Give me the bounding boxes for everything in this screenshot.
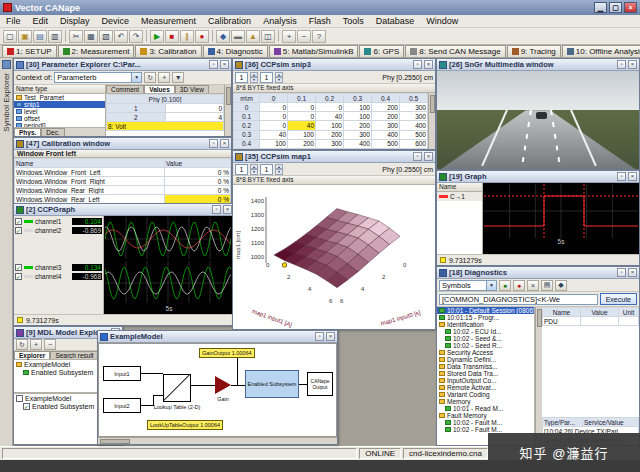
diag-tree-item[interactable]: 10:02 - Fault M...: [437, 426, 534, 433]
tab-diagnostic[interactable]: 4: Diagnostic: [203, 45, 268, 57]
name-type-header[interactable]: Name type: [14, 85, 105, 94]
map-cell[interactable]: 400: [400, 121, 428, 130]
map-cell[interactable]: 40: [260, 130, 288, 139]
help-icon[interactable]: ?: [312, 30, 326, 43]
panel-close-icon[interactable]: ×: [326, 332, 335, 341]
channel-legend-row[interactable]: ✓ channel4 -0.968: [15, 272, 102, 281]
symbols-select[interactable]: Symbols▼: [439, 280, 497, 291]
value-cell[interactable]: 0: [165, 104, 224, 113]
tab-gps[interactable]: 6: GPS: [359, 45, 404, 57]
menu-measurement[interactable]: Measurement: [135, 16, 202, 26]
redo-icon[interactable]: ↷: [129, 30, 143, 43]
map-cell[interactable]: 200: [344, 121, 372, 130]
row-header[interactable]: 0.3: [234, 130, 260, 139]
panel-close-icon[interactable]: ×: [424, 152, 433, 161]
panel-close-icon[interactable]: ×: [223, 205, 232, 214]
menu-calibration[interactable]: Calibration: [202, 16, 257, 26]
tree-item[interactable]: Test_Paramet: [14, 94, 105, 101]
map-cell-selected[interactable]: 40: [288, 121, 316, 130]
new-icon[interactable]: ▢: [3, 30, 17, 43]
map-cell[interactable]: 40: [316, 112, 344, 121]
scope-right-plot[interactable]: [484, 184, 638, 238]
map-cell[interactable]: 400: [344, 139, 372, 148]
param-value-cell[interactable]: 0 %: [165, 168, 231, 177]
save-log-icon[interactable]: ▤: [541, 280, 553, 291]
connect-icon[interactable]: ●: [499, 280, 511, 291]
menu-file[interactable]: File: [0, 16, 27, 26]
map-cell[interactable]: 300: [344, 130, 372, 139]
menu-device[interactable]: Device: [96, 16, 136, 26]
param-value-cell[interactable]: 0 %: [165, 177, 231, 186]
panel-close-icon[interactable]: ×: [220, 139, 229, 148]
map-cell[interactable]: 500: [400, 130, 428, 139]
map-cell[interactable]: 100: [344, 103, 372, 112]
open-icon[interactable]: ▣: [18, 30, 32, 43]
gain-block[interactable]: [215, 376, 231, 394]
tab-explorer[interactable]: Explorer: [14, 351, 50, 359]
record-icon[interactable]: ●: [195, 30, 209, 43]
map-cell[interactable]: 200: [316, 130, 344, 139]
vertical-scrollbar[interactable]: [535, 307, 542, 445]
panel-maximize-icon[interactable]: ▫: [617, 60, 626, 69]
col-header[interactable]: 0.5: [400, 94, 428, 103]
tree-item[interactable]: offset: [14, 115, 105, 122]
add-icon[interactable]: +: [158, 72, 170, 83]
value-cell[interactable]: 4: [165, 113, 224, 122]
save-icon[interactable]: ▤: [33, 30, 47, 43]
stop-measurement-icon[interactable]: ■: [165, 30, 179, 43]
diag-tree-item[interactable]: Stored Data Tra...: [437, 370, 534, 377]
panel-title-bar[interactable]: [2] CCPGraph ▫ ×: [14, 204, 234, 216]
column-header[interactable]: Value: [165, 159, 231, 168]
row-header[interactable]: 0: [234, 103, 260, 112]
param-name-cell[interactable]: Windows.Window_Rear_Right: [15, 186, 165, 195]
panel-maximize-icon[interactable]: ▫: [315, 332, 324, 341]
vertical-scrollbar[interactable]: [428, 93, 435, 149]
map-cell[interactable]: 0: [288, 103, 316, 112]
cut-icon[interactable]: ✂: [69, 30, 83, 43]
item-checkbox[interactable]: [16, 395, 23, 402]
minimize-button[interactable]: ▁: [594, 2, 607, 13]
y-index-spinner[interactable]: ▲▼: [275, 72, 283, 83]
map-cell[interactable]: 300: [400, 103, 428, 112]
vertical-scrollbar[interactable]: [224, 85, 231, 136]
tab-send-can[interactable]: 8: Send CAN Message: [405, 45, 505, 57]
panel-maximize-icon[interactable]: ▫: [209, 139, 218, 148]
x-index-field[interactable]: 1: [235, 164, 248, 175]
y-index-field[interactable]: 1: [260, 72, 273, 83]
panel-maximize-icon[interactable]: ▫: [413, 152, 422, 161]
panel-maximize-icon[interactable]: ▫: [617, 172, 626, 181]
refresh-icon[interactable]: ↻: [16, 339, 28, 350]
response-cell[interactable]: PDU: [543, 317, 581, 326]
channel-legend-row[interactable]: ✓ channel2 -0.869: [15, 226, 102, 235]
map-cell[interactable]: 0: [316, 103, 344, 112]
diag-tree-item[interactable]: Identification: [437, 321, 534, 328]
context-select[interactable]: Parameterb▼: [54, 72, 142, 83]
diag-tree-item[interactable]: 10:02 - Fault M...: [437, 419, 534, 426]
map-cell[interactable]: 200: [372, 112, 400, 121]
map-cell[interactable]: 300: [316, 139, 344, 148]
map3d-plot[interactable]: 1400130012001100100000224466: [233, 185, 435, 329]
panel-close-icon[interactable]: ×: [628, 60, 637, 69]
gain-output-annotation[interactable]: GainOutput 1.00064: [199, 348, 255, 358]
x-index-spinner[interactable]: ▲▼: [250, 72, 258, 83]
tab-values[interactable]: Values: [144, 85, 175, 93]
menu-database[interactable]: Database: [370, 16, 421, 26]
channel-checkbox[interactable]: ✓: [15, 227, 22, 234]
panel-title-bar[interactable]: [19] Graph ▫ ×: [437, 171, 639, 183]
map-cell[interactable]: 500: [372, 139, 400, 148]
tab-tracing[interactable]: 9: Tracing: [507, 45, 561, 57]
diag-tree-item[interactable]: Fault Memory: [437, 412, 534, 419]
channel-legend-row[interactable]: ✓ channel1 0.104: [15, 217, 102, 226]
window-layout-icon[interactable]: ◫: [261, 30, 275, 43]
panel-close-icon[interactable]: ×: [628, 268, 637, 277]
input-block[interactable]: Input2: [103, 398, 141, 413]
diag-tree-item[interactable]: Data Transmiss...: [437, 363, 534, 370]
print-icon[interactable]: ▥: [48, 30, 62, 43]
collapse-all-icon[interactable]: −: [44, 339, 56, 350]
column-header[interactable]: Name: [543, 308, 581, 317]
panel-close-icon[interactable]: ×: [628, 172, 637, 181]
map-cell[interactable]: 300: [400, 112, 428, 121]
col-header[interactable]: 0.3: [344, 94, 372, 103]
chevron-down-icon[interactable]: ▼: [131, 73, 141, 82]
panel-title-bar[interactable]: [26] SnGr Multimedia window ▫ ×: [437, 59, 639, 71]
